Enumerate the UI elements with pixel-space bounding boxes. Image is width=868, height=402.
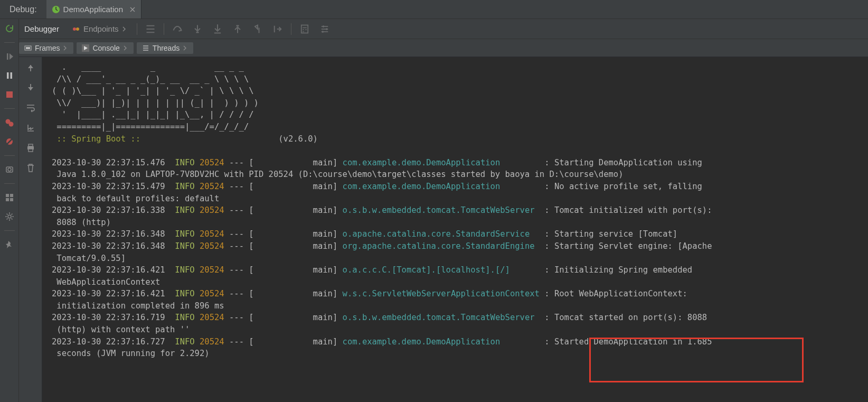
evaluate-expression-button[interactable]	[296, 19, 314, 39]
print-button[interactable]	[24, 142, 37, 154]
scroll-down-button[interactable]	[24, 81, 37, 94]
debug-label: Debug:	[0, 0, 46, 18]
view-tab-threads[interactable]: Threads	[137, 42, 193, 54]
run-config-tab[interactable]: DemoApplication	[46, 0, 141, 18]
frames-icon	[24, 44, 32, 52]
console-play-icon	[82, 44, 89, 52]
debug-views-row: Frames Console Threads	[0, 39, 868, 57]
console-controls	[19, 57, 42, 402]
scroll-to-end-button[interactable]	[24, 121, 37, 134]
debugger-toolbar: Debugger Endpoints	[0, 19, 868, 39]
svg-rect-24	[10, 198, 13, 201]
svg-rect-10	[26, 47, 30, 49]
svg-point-25	[8, 215, 11, 218]
step-over-icon	[172, 24, 183, 34]
chevron-right-icon	[183, 45, 188, 51]
svg-rect-28	[29, 149, 33, 152]
drop-frame-button[interactable]	[249, 19, 267, 39]
svg-rect-14	[10, 72, 12, 79]
pin-button[interactable]	[3, 238, 16, 251]
svg-rect-13	[7, 72, 9, 79]
force-step-into-button[interactable]	[209, 19, 227, 39]
drop-frame-icon	[252, 24, 263, 34]
view-tab-console[interactable]: Console	[77, 42, 133, 54]
svg-point-7	[325, 28, 327, 30]
step-into-icon	[192, 24, 203, 34]
view-breakpoints-button[interactable]	[3, 116, 16, 129]
close-icon[interactable]	[129, 6, 136, 13]
svg-rect-21	[6, 194, 9, 197]
list-icon	[145, 24, 156, 34]
force-step-into-icon	[212, 24, 223, 34]
run-to-cursor-button[interactable]	[269, 19, 287, 39]
pause-button[interactable]	[3, 69, 16, 82]
step-out-button[interactable]	[229, 19, 247, 39]
rerun-button[interactable]	[3, 22, 16, 35]
step-out-icon	[232, 24, 243, 34]
settings-button[interactable]	[3, 210, 16, 223]
debug-tab-bar: Debug: DemoApplication	[0, 0, 868, 19]
svg-point-8	[322, 31, 324, 33]
layout-button[interactable]	[3, 191, 16, 204]
debug-gutter	[0, 19, 19, 402]
resume-button[interactable]	[3, 50, 16, 63]
svg-rect-23	[6, 198, 9, 201]
svg-point-17	[8, 122, 13, 127]
clear-all-button[interactable]	[24, 162, 37, 174]
trace-current-stream-button[interactable]	[316, 19, 334, 39]
get-thread-dump-button[interactable]	[3, 163, 16, 176]
svg-rect-15	[6, 91, 13, 98]
mute-breakpoints-button[interactable]	[3, 135, 16, 148]
chevron-right-icon	[123, 45, 128, 51]
svg-point-2	[76, 27, 79, 31]
svg-rect-22	[10, 194, 13, 197]
console-text: . ____ _ __ _ _ /\\ / ___'_ __ _ _(_)_ _…	[42, 57, 868, 360]
step-over-button[interactable]	[168, 19, 186, 39]
svg-rect-12	[7, 53, 8, 60]
show-execution-point-button[interactable]	[141, 19, 159, 39]
run-config-name: DemoApplication	[63, 5, 123, 14]
scroll-up-button[interactable]	[24, 61, 37, 74]
sliders-icon	[319, 24, 330, 34]
soft-wrap-button[interactable]	[24, 101, 37, 114]
calculator-icon	[299, 24, 310, 34]
svg-rect-4	[236, 25, 239, 26]
svg-rect-3	[196, 32, 199, 33]
tab-debugger[interactable]: Debugger	[19, 19, 64, 39]
chevron-right-icon	[122, 26, 127, 32]
stop-button[interactable]	[3, 88, 16, 101]
svg-rect-27	[29, 144, 33, 146]
svg-rect-5	[301, 25, 308, 33]
svg-point-20	[8, 168, 11, 171]
chevron-right-icon	[63, 45, 68, 51]
run-to-cursor-icon	[272, 24, 283, 34]
svg-point-6	[322, 25, 324, 27]
tab-endpoints[interactable]: Endpoints	[67, 19, 133, 39]
svg-point-1	[73, 27, 76, 31]
console-output[interactable]: . ____ _ __ _ _ /\\ / ___'_ __ _ _(_)_ _…	[42, 57, 868, 402]
spring-boot-icon	[52, 5, 60, 14]
threads-icon	[142, 44, 149, 52]
endpoints-icon	[72, 25, 80, 33]
step-into-button[interactable]	[188, 19, 206, 39]
view-tab-frames[interactable]: Frames	[19, 42, 73, 54]
